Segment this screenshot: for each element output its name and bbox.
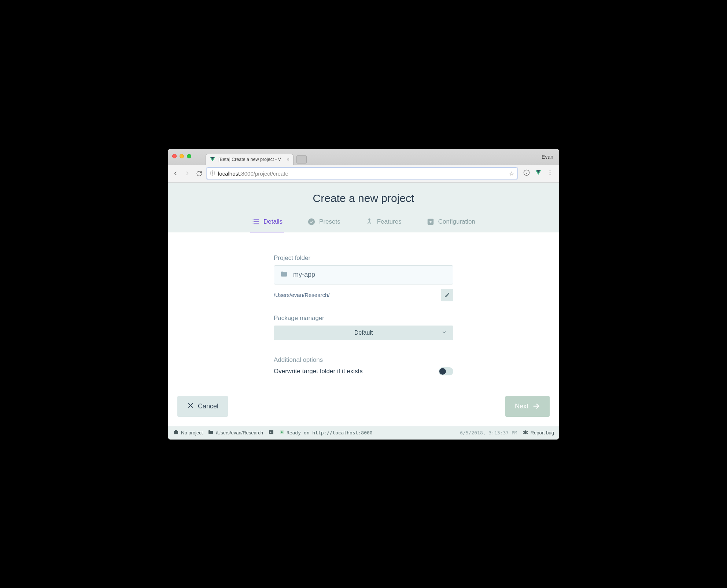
info-extension-icon[interactable] <box>523 169 530 177</box>
project-folder-label: Project folder <box>274 254 453 262</box>
svg-rect-24 <box>269 430 273 434</box>
toggle-knob <box>439 368 446 375</box>
tab-title: [Beta] Create a new project - V <box>218 157 281 162</box>
next-button[interactable]: Next <box>505 396 550 417</box>
svg-rect-23 <box>174 431 178 434</box>
tab-presets[interactable]: Presets <box>306 213 342 232</box>
wizard-tabs: Details Presets Features Configuration <box>168 213 559 232</box>
briefcase-icon <box>173 429 179 436</box>
overwrite-option-label: Overwrite target folder if it exists <box>274 368 363 375</box>
close-icon <box>187 402 194 411</box>
tab-label: Details <box>263 218 283 225</box>
gear-icon <box>427 218 435 226</box>
status-timestamp: 6/5/2018, 3:13:37 PM <box>460 430 517 436</box>
status-bar: No project /Users/evan/Research Ready on… <box>168 426 559 440</box>
chevron-down-icon <box>442 330 447 336</box>
status-console-icon[interactable] <box>268 429 274 436</box>
arrow-right-icon <box>532 402 540 410</box>
browser-profile-name[interactable]: Evan <box>542 154 556 160</box>
status-project[interactable]: No project <box>173 429 203 436</box>
next-button-label: Next <box>515 403 528 410</box>
project-folder-input[interactable] <box>293 271 447 279</box>
svg-rect-15 <box>254 223 259 224</box>
svg-line-31 <box>527 431 528 431</box>
merge-icon <box>365 218 373 226</box>
tab-details[interactable]: Details <box>250 213 284 232</box>
new-tab-button[interactable] <box>296 155 307 163</box>
nav-reload-button[interactable] <box>195 169 203 177</box>
tab-features[interactable]: Features <box>364 213 403 232</box>
svg-point-28 <box>524 431 527 434</box>
browser-tab[interactable]: [Beta] Create a new project - V × <box>206 154 294 165</box>
browser-toolbar: ⓘ localhost:8000/project/create ☆ <box>168 165 559 183</box>
additional-options-label: Additional options <box>274 356 453 364</box>
browser-menu-icon[interactable] <box>547 169 553 177</box>
vue-favicon-icon <box>210 157 215 162</box>
vue-devtools-icon[interactable] <box>535 169 542 177</box>
status-dot-icon <box>279 430 284 436</box>
page-title: Create a new project <box>168 192 559 205</box>
svg-rect-10 <box>253 219 254 220</box>
svg-point-9 <box>550 174 550 175</box>
svg-point-19 <box>429 221 432 223</box>
package-manager-select[interactable]: Default <box>274 326 453 340</box>
cancel-button-label: Cancel <box>198 403 218 410</box>
tab-close-icon[interactable]: × <box>287 157 289 162</box>
address-bar[interactable]: ⓘ localhost:8000/project/create ☆ <box>207 168 517 179</box>
list-icon <box>252 218 260 226</box>
svg-rect-12 <box>253 221 254 222</box>
svg-rect-14 <box>253 223 254 224</box>
toolbar-right-icons <box>521 169 556 177</box>
svg-point-8 <box>550 172 550 173</box>
nav-forward-button[interactable] <box>183 169 191 177</box>
report-bug-button[interactable]: Report bug <box>523 429 554 436</box>
status-cwd[interactable]: /Users/evan/Research <box>208 429 263 436</box>
action-bar: Cancel Next <box>168 390 559 426</box>
bug-icon <box>523 429 528 436</box>
svg-line-30 <box>523 431 524 431</box>
svg-line-33 <box>527 433 528 434</box>
svg-point-27 <box>281 431 283 433</box>
browser-tabbar: [Beta] Create a new project - V × Evan <box>168 149 559 165</box>
form-content: Project folder /Users/evan/Research/ Pac… <box>168 232 559 390</box>
overwrite-toggle[interactable] <box>439 367 453 375</box>
tab-label: Features <box>377 218 402 225</box>
tab-label: Configuration <box>438 218 475 225</box>
svg-line-32 <box>523 433 524 434</box>
tab-configuration[interactable]: Configuration <box>425 213 477 232</box>
pencil-icon <box>444 292 450 298</box>
edit-path-button[interactable] <box>441 289 453 301</box>
project-folder-input-wrapper[interactable] <box>274 265 453 284</box>
svg-rect-13 <box>254 221 259 222</box>
window-maximize-button[interactable] <box>187 154 191 158</box>
terminal-icon <box>268 429 274 436</box>
svg-rect-11 <box>254 219 259 220</box>
app-header: Create a new project Details Presets Fea… <box>168 183 559 232</box>
check-circle-icon <box>307 218 315 226</box>
window-close-button[interactable] <box>172 154 177 158</box>
package-manager-value: Default <box>354 330 373 336</box>
address-url: localhost:8000/project/create <box>218 170 288 177</box>
bookmark-star-icon[interactable]: ☆ <box>509 170 514 177</box>
svg-point-17 <box>369 218 370 220</box>
package-manager-label: Package manager <box>274 315 453 322</box>
svg-point-7 <box>550 170 550 171</box>
browser-window: [Beta] Create a new project - V × Evan ⓘ… <box>168 149 559 440</box>
site-info-icon[interactable]: ⓘ <box>210 170 215 177</box>
project-folder-path: /Users/evan/Research/ <box>274 292 330 298</box>
tab-label: Presets <box>319 218 340 225</box>
folder-icon <box>208 429 214 436</box>
folder-icon <box>280 270 288 280</box>
window-minimize-button[interactable] <box>180 154 184 158</box>
window-controls <box>172 154 191 158</box>
nav-back-button[interactable] <box>171 169 180 177</box>
cancel-button[interactable]: Cancel <box>177 396 228 417</box>
status-ready: Ready on http://localhost:8000 <box>279 430 373 436</box>
svg-point-16 <box>308 218 315 225</box>
